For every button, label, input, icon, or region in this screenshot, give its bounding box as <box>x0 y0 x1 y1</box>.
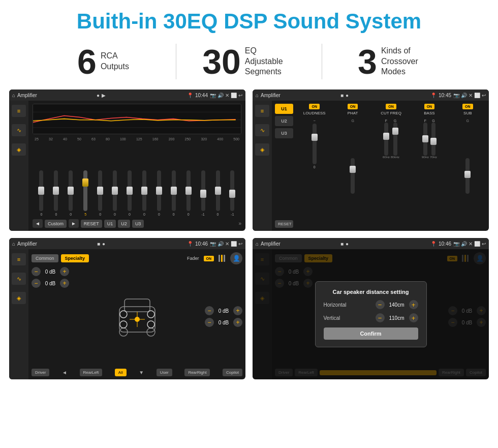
eq-reset-btn[interactable]: RESET <box>81 220 102 228</box>
cross-side-btn-1[interactable]: ≡ <box>255 105 269 117</box>
fader-down-arrow[interactable]: ▼ <box>139 370 144 375</box>
eq-side-btn-3[interactable]: ◈ <box>12 143 26 156</box>
fader-driver-btn[interactable]: Driver <box>32 369 49 376</box>
eq-slider-3[interactable]: 0 <box>64 170 78 216</box>
dot-icon-dialog: ■ <box>340 241 344 247</box>
db-minus-3[interactable]: − <box>205 306 214 315</box>
dialog-horizontal-row: Horizontal − 140cm + <box>324 300 418 309</box>
db-plus-4[interactable]: + <box>233 318 242 327</box>
dialog-overlay: Car speaker distance setting Horizontal … <box>253 249 489 379</box>
cross-u1-btn[interactable]: U1 <box>275 104 293 114</box>
dialog-horizontal-value: 140cm <box>387 302 407 308</box>
fader-right-controls: − 0 dB + − 0 dB + <box>205 267 242 366</box>
cross-content: ≡ ∿ ◈ U1 U2 U3 RESET ON LOUDNESS <box>253 101 489 231</box>
eq-slider-14[interactable]: -1 <box>226 170 239 216</box>
dialog-vertical-minus[interactable]: − <box>376 313 385 322</box>
eq-slider-6[interactable]: 0 <box>108 170 122 216</box>
eq-slider-4[interactable]: 5 <box>79 170 92 216</box>
svg-point-10 <box>120 321 127 328</box>
fader-time: 10:46 <box>195 241 208 247</box>
dot2-icon-fader: ● <box>102 241 105 247</box>
dot-icon-fader: ■ <box>97 241 100 247</box>
eq-next-btn[interactable]: ► <box>69 219 79 228</box>
status-bar-dialog: ⌂ Amplifier ■ ● 📍 10:46 📷 🔊 ✕ ⬜ ↩ <box>253 238 489 249</box>
status-bar-cross: ⌂ Amplifier ■ ● 📍 10:45 📷 🔊 ✕ ⬜ ↩ <box>253 89 489 101</box>
eq-slider-9[interactable]: 0 <box>152 170 166 216</box>
cross-controls: ON LOUDNESS ~ 0 ON PHAT <box>296 104 486 228</box>
stat-rca-label: RCAOutputs <box>101 51 129 72</box>
eq-u2-btn[interactable]: U2 <box>118 220 130 228</box>
cross-phat-on[interactable]: ON <box>348 104 358 109</box>
close-icon-dialog: ✕ <box>469 241 473 247</box>
eq-sliders: 0 0 0 5 0 0 0 0 0 0 0 -1 0 -1 <box>33 143 241 216</box>
fader-left-arrow[interactable]: ◄ <box>62 370 67 375</box>
dialog-horizontal-minus[interactable]: − <box>376 300 385 309</box>
fader-avatar-btn[interactable]: 👤 <box>230 252 242 264</box>
eq-slider-8[interactable]: 0 <box>137 170 151 216</box>
eq-slider-13[interactable]: 0 <box>211 170 225 216</box>
fader-on-badge[interactable]: ON <box>204 256 214 261</box>
stat-rca: 6 RCAOutputs <box>30 44 176 79</box>
eq-side-btn-2[interactable]: ∿ <box>12 124 26 136</box>
eq-slider-10[interactable]: 0 <box>167 170 180 216</box>
fader-side-btn-2[interactable]: ∿ <box>12 273 26 285</box>
fader-side-btn-3[interactable]: ◈ <box>12 292 26 304</box>
page-header: Buith-in 30EQ DSP Sound System <box>0 0 498 39</box>
fader-main: Common Specialty Fader ON 👤 − <box>28 249 245 379</box>
stat-eq-label: EQ AdjustableSegments <box>245 46 296 77</box>
eq-prev-btn[interactable]: ◄ <box>33 219 43 228</box>
fader-all-btn[interactable]: All <box>115 369 127 376</box>
cross-side-btn-2[interactable]: ∿ <box>255 124 269 136</box>
fader-rearleft-btn[interactable]: RearLeft <box>80 369 103 376</box>
db-minus-2[interactable]: − <box>32 279 41 288</box>
eq-slider-12[interactable]: -1 <box>196 170 210 216</box>
fader-side-btn-1[interactable]: ≡ <box>12 253 26 265</box>
cross-bass-col: ON BASS F 90Hz G 70Hz <box>411 104 447 228</box>
cross-u2-btn[interactable]: U2 <box>275 116 293 126</box>
home-icon[interactable]: ⌂ <box>12 93 15 98</box>
fader-bottom-controls: Driver ◄ RearLeft All ▼ User RearRight C… <box>32 369 242 376</box>
eq-more[interactable]: » <box>238 221 241 226</box>
cross-cutfreq-col: ON CUT FREQ F 60Hz G 80kHz <box>373 104 409 228</box>
db-minus-1[interactable]: − <box>32 267 41 276</box>
eq-side-btn-1[interactable]: ≡ <box>12 105 26 117</box>
home-icon-dialog[interactable]: ⌂ <box>256 241 259 247</box>
cross-loudness-on[interactable]: ON <box>309 104 320 109</box>
cross-reset-btn[interactable]: RESET <box>275 220 293 228</box>
eq-slider-2[interactable]: 0 <box>49 170 63 216</box>
dot2-icon-cross: ● <box>346 93 349 98</box>
fader-copilot-btn[interactable]: Copilot <box>223 369 242 376</box>
fader-rearright-btn[interactable]: RearRight <box>184 369 210 376</box>
fader-app-name: Amplifier <box>17 241 95 247</box>
db-plus-3[interactable]: + <box>233 306 242 315</box>
eq-slider-7[interactable]: 0 <box>123 170 137 216</box>
stat-crossover-label: Kinds ofCrossover Modes <box>381 46 432 77</box>
pin-icon: 📍 <box>187 93 193 98</box>
cross-u3-btn[interactable]: U3 <box>275 128 293 138</box>
fader-tab-common[interactable]: Common <box>32 254 58 262</box>
stat-rca-number: 6 <box>77 44 97 79</box>
cross-sub-on[interactable]: ON <box>462 104 473 109</box>
cross-main: U1 U2 U3 RESET ON LOUDNESS ~ <box>272 101 489 231</box>
screen-crossover: ⌂ Amplifier ■ ● 📍 10:45 📷 🔊 ✕ ⬜ ↩ ≡ ∿ ◈ <box>253 89 489 231</box>
dialog-vertical-row: Vertical − 110cm + <box>324 313 418 322</box>
eq-u1-btn[interactable]: U1 <box>104 220 116 228</box>
cross-sub-col: ON SUB G <box>450 104 486 228</box>
cross-bass-on[interactable]: ON <box>424 104 435 109</box>
eq-slider-1[interactable]: 0 <box>35 170 48 216</box>
eq-u3-btn[interactable]: U3 <box>132 220 144 228</box>
dialog-horizontal-plus[interactable]: + <box>409 300 418 309</box>
home-icon-fader[interactable]: ⌂ <box>12 241 15 247</box>
eq-slider-5[interactable]: 0 <box>94 170 107 216</box>
db-plus-1[interactable]: + <box>60 267 69 276</box>
confirm-button[interactable]: Confirm <box>324 327 418 340</box>
fader-user-btn[interactable]: User <box>157 369 172 376</box>
db-plus-2[interactable]: + <box>60 279 69 288</box>
cross-cutfreq-on[interactable]: ON <box>386 104 396 109</box>
dialog-vertical-plus[interactable]: + <box>409 313 418 322</box>
home-icon-cross[interactable]: ⌂ <box>256 93 259 98</box>
fader-tab-specialty[interactable]: Specialty <box>61 254 89 262</box>
eq-slider-11[interactable]: 0 <box>181 170 195 216</box>
db-minus-4[interactable]: − <box>205 318 214 327</box>
cross-side-btn-3[interactable]: ◈ <box>255 143 269 156</box>
